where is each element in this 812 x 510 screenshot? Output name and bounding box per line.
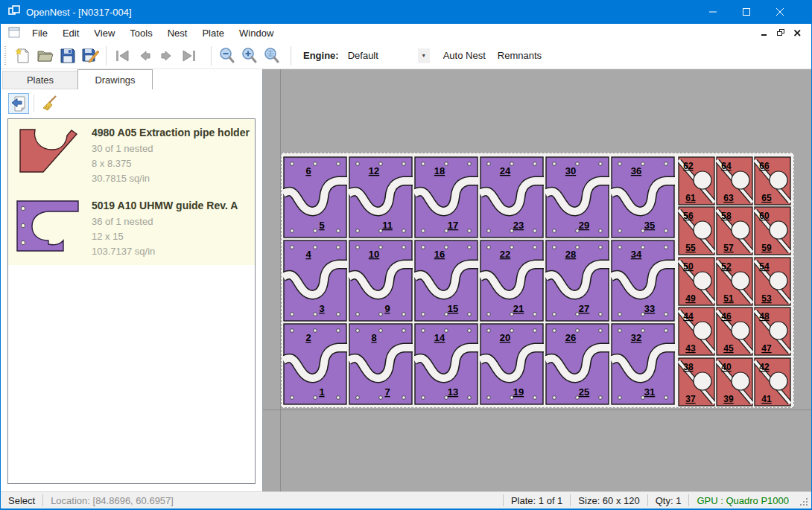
- nested-part-pair-purple[interactable]: 14 13: [414, 323, 478, 405]
- svg-text:10: 10: [369, 249, 379, 260]
- nested-part-pair-purple[interactable]: 24 23: [480, 156, 544, 238]
- svg-text:45: 45: [723, 343, 734, 354]
- nested-part-pair-purple[interactable]: 2 1: [283, 323, 347, 405]
- drawing-list-item[interactable]: 5019 A10 UHMW guide Rev. A 36 of 1 neste…: [8, 192, 255, 265]
- nested-part-pair-red[interactable]: 42 41: [754, 357, 791, 407]
- nested-part-pair-red[interactable]: 64 63: [716, 156, 753, 205]
- engine-combobox[interactable]: Default: [343, 48, 418, 64]
- svg-text:33: 33: [644, 303, 655, 314]
- svg-text:48: 48: [759, 311, 770, 322]
- open-file-icon[interactable]: [34, 45, 57, 67]
- nested-part-pair-red[interactable]: 66 65: [754, 156, 791, 205]
- nested-part-pair-purple[interactable]: 34 33: [611, 240, 675, 322]
- nested-part-pair-purple[interactable]: 20 19: [480, 323, 544, 405]
- resize-grip-icon[interactable]: [799, 497, 810, 508]
- menu-edit[interactable]: Edit: [55, 25, 86, 42]
- previous-plate-icon[interactable]: [133, 45, 156, 67]
- minimize-button[interactable]: [696, 0, 729, 24]
- nested-part-pair-purple[interactable]: 4 3: [283, 240, 347, 322]
- svg-text:23: 23: [513, 220, 524, 231]
- drawing-list-item[interactable]: 4980 A05 Extraction pipe holder 30 of 1 …: [8, 119, 255, 192]
- nested-part-pair-red[interactable]: 46 45: [716, 307, 753, 356]
- mdi-minimize-icon[interactable]: [756, 29, 773, 38]
- save-icon[interactable]: [57, 45, 79, 67]
- engine-dropdown-icon[interactable]: ▼: [418, 48, 430, 63]
- svg-text:55: 55: [685, 243, 696, 253]
- mdi-restore-icon[interactable]: [773, 29, 789, 38]
- nested-part-pair-purple[interactable]: 26 25: [545, 323, 609, 405]
- menu-file[interactable]: File: [25, 25, 55, 42]
- nested-part-pair-purple[interactable]: 32 31: [611, 323, 675, 405]
- tab-plates[interactable]: Plates: [2, 71, 77, 89]
- clear-broom-icon[interactable]: [39, 93, 60, 114]
- zoom-out-icon[interactable]: [216, 45, 238, 67]
- nested-part-pair-purple[interactable]: 36 35: [611, 156, 675, 238]
- send-back-icon[interactable]: [8, 93, 29, 114]
- zoom-fit-icon[interactable]: [261, 45, 283, 67]
- plate-sheet[interactable]: 6 5 12 11 18 17 24 23: [281, 153, 794, 408]
- toolbar-grip[interactable]: [4, 46, 7, 66]
- status-mode: Select: [1, 495, 42, 506]
- nested-part-pair-purple[interactable]: 12 11: [349, 156, 413, 238]
- menu-view[interactable]: View: [86, 25, 122, 42]
- nested-part-pair-red[interactable]: 60 59: [754, 206, 791, 255]
- tab-drawings[interactable]: Drawings: [77, 69, 153, 89]
- maximize-button[interactable]: [729, 0, 763, 24]
- nested-part-pair-red[interactable]: 54 53: [754, 257, 791, 306]
- nested-part-pair-red[interactable]: 40 39: [716, 357, 753, 407]
- nested-part-pair-purple[interactable]: 22 21: [480, 240, 544, 322]
- main-toolbar: Engine: Default ▼ Auto Nest Remnants: [1, 42, 811, 69]
- svg-text:44: 44: [683, 311, 694, 322]
- svg-text:26: 26: [565, 332, 576, 343]
- origin-horizontal-guide: [263, 409, 811, 410]
- nested-part-pair-purple[interactable]: 8 7: [349, 323, 413, 405]
- svg-text:27: 27: [579, 303, 589, 314]
- zoom-in-icon[interactable]: [238, 45, 261, 67]
- nested-part-pair-purple[interactable]: 18 17: [414, 156, 478, 238]
- nested-part-pair-purple[interactable]: 30 29: [545, 156, 609, 238]
- drawing-thumbnail: [14, 198, 89, 259]
- svg-text:30: 30: [565, 165, 576, 176]
- status-qty: Qty: 1: [648, 495, 689, 506]
- nested-part-pair-red[interactable]: 38 37: [678, 357, 715, 407]
- status-plate: Plate: 1 of 1: [504, 495, 570, 506]
- nest-canvas[interactable]: 6 5 12 11 18 17 24 23: [263, 69, 811, 491]
- nested-part-pair-purple[interactable]: 6 5: [283, 156, 347, 238]
- last-plate-icon[interactable]: [178, 45, 200, 67]
- nested-part-pair-red[interactable]: 48 47: [754, 307, 791, 356]
- close-button[interactable]: [763, 0, 796, 24]
- auto-nest-button[interactable]: Auto Nest: [437, 46, 492, 65]
- svg-text:47: 47: [761, 343, 772, 354]
- title-bar: OpenNest - [N0317-004]: [1, 0, 811, 24]
- app-icon: [8, 5, 20, 19]
- nested-part-pair-red[interactable]: 44 43: [678, 307, 715, 356]
- svg-text:1: 1: [319, 386, 324, 398]
- mdi-close-icon[interactable]: [789, 29, 805, 38]
- menu-window[interactable]: Window: [232, 25, 281, 42]
- nested-part-pair-purple[interactable]: 10 9: [349, 240, 413, 322]
- nested-part-pair-red[interactable]: 50 49: [678, 257, 715, 306]
- nested-part-pair-red[interactable]: 62 61: [678, 156, 715, 205]
- nested-part-pair-red[interactable]: 52 51: [716, 257, 753, 306]
- svg-text:28: 28: [565, 249, 576, 260]
- menu-plate[interactable]: Plate: [194, 25, 232, 42]
- first-plate-icon[interactable]: [111, 45, 133, 67]
- document-window-icon[interactable]: [8, 27, 20, 40]
- menu-nest[interactable]: Nest: [160, 25, 195, 42]
- svg-text:53: 53: [761, 293, 772, 304]
- nested-part-pair-purple[interactable]: 28 27: [545, 240, 609, 322]
- svg-text:25: 25: [579, 386, 589, 398]
- engine-value: Default: [348, 50, 378, 61]
- next-plate-icon[interactable]: [156, 45, 178, 67]
- nested-part-pair-purple[interactable]: 16 15: [414, 240, 478, 322]
- svg-text:16: 16: [434, 249, 445, 260]
- drawing-title: 5019 A10 UHMW guide Rev. A: [92, 200, 250, 211]
- save-as-icon[interactable]: [79, 45, 101, 67]
- svg-text:9: 9: [384, 303, 390, 314]
- nested-part-pair-red[interactable]: 56 55: [678, 206, 715, 255]
- nested-part-pair-red[interactable]: 58 57: [716, 206, 753, 255]
- menu-tools[interactable]: Tools: [122, 25, 159, 42]
- window-title: OpenNest - [N0317-004]: [26, 7, 132, 18]
- remnants-button[interactable]: Remnants: [492, 46, 548, 65]
- new-file-icon[interactable]: [12, 45, 34, 67]
